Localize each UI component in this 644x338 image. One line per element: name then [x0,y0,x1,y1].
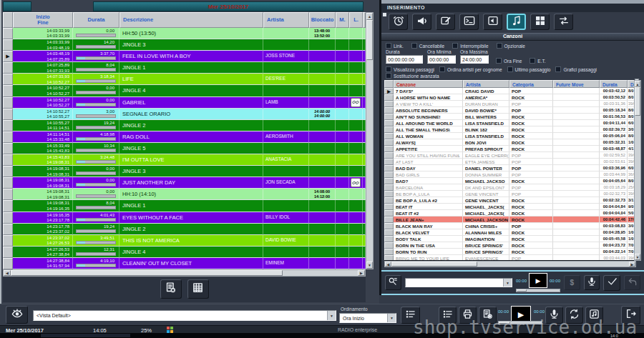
clock-tool-button[interactable] [389,14,408,30]
row-selector[interactable] [384,120,394,126]
playlist-row[interactable]: 14:10:52,2714:10:52,270,00JINGLE 4 [3,85,366,96]
song-row[interactable]: BLACK VELVETALANNAH MILESROCK00:04:28,95… [384,229,636,236]
song-row[interactable]: ALL WOMANLISA STANSFIELDROCK00:05:06,048… [384,133,636,139]
link-checkbox[interactable] [386,43,391,49]
row-selector[interactable] [3,39,13,51]
scroll-down-icon[interactable]: ▼ [366,262,373,269]
song-row[interactable]: AT LASTETTA JAMESSPOP00:02:53,6139/0 [384,159,636,165]
song-row[interactable]: APPETITEPREFAB SPROUTROCK00:03:48,874/1 [384,146,636,152]
playlist-row[interactable]: 14:19:08,3114:19:08,310,00JINGLE 3 [3,166,366,177]
row-selector[interactable] [3,143,13,154]
header-m[interactable]: M. [336,12,349,28]
row-selector[interactable] [3,154,13,166]
song-row[interactable]: ALL AROUND THE WORLDLISA STANSFIELDROCK0… [384,120,636,126]
dollar-button[interactable]: $ [564,275,580,290]
chevron-down-icon[interactable]: ▼ [387,314,396,322]
main-seekbar[interactable] [498,321,542,324]
search-song-button[interactable] [385,275,401,290]
song-row[interactable]: BODY TALKIMAGINATIONROCK00:05:45,581/0 [384,236,636,242]
row-selector[interactable] [3,74,13,85]
visualizza-passaggi-checkbox[interactable] [386,66,391,72]
exit-button[interactable] [621,306,640,324]
row-selector[interactable] [384,107,394,114]
playlist-row[interactable]: 14:11:14,5114:15:33,484:18,98RAG DOLLAER… [3,131,366,143]
record-mic-button[interactable] [545,307,563,324]
row-selector[interactable] [384,152,394,159]
sostituzione-checkbox[interactable] [386,73,391,79]
playlist-row[interactable]: 14:19:08,3114:19:16,358,04JINGLE 1 [3,200,366,212]
scroll-right-icon[interactable]: ▶ [358,270,365,276]
row-selector[interactable] [384,191,394,197]
song-row[interactable]: BAD?MICHAEL JACKSOROCK00:04:05,648/0 [384,178,636,184]
grafici-passaggi-checkbox[interactable] [555,66,561,72]
report-settings-button[interactable] [479,307,497,324]
song-row[interactable]: BRING ME TO YOUR LIFEEVANESCENCEPOP00:03… [384,255,636,261]
playlist-row[interactable]: 14:23:17,7814:23:37,0219,24JINGLE 2 [3,224,366,235]
row-selector[interactable] [3,120,13,131]
song-row[interactable]: ABSOLUTE BEGINNERSDAVID BOWIE*POP00:05:1… [384,107,636,114]
songs-header-canzone[interactable]: Canzone [394,80,463,88]
row-selector[interactable] [384,184,394,191]
song-row[interactable]: BAD DAYDANIEL POWTERPOP00:03:36,966/0 [384,165,636,172]
row-selector[interactable] [3,166,13,177]
row-selector[interactable] [384,133,394,139]
playlist-add-button[interactable] [401,307,420,324]
row-selector[interactable] [384,249,394,255]
chevron-down-icon[interactable]: ▼ [327,311,336,320]
row-selector[interactable] [384,101,394,107]
opzionale-checkbox[interactable] [497,43,502,49]
row-selector[interactable] [384,139,394,146]
song-row[interactable]: ▶7 DAYS*CRAIG DAVIDPOP00:03:42,128/0 [384,88,636,94]
song-search-combo[interactable]: ▼ [405,278,512,287]
ora-fine-checkbox[interactable] [496,58,502,64]
music-note-tool-button[interactable] [507,14,526,30]
vista-combo[interactable]: <Vista Default> ▼ [33,310,336,321]
command-window-tool-button[interactable] [459,14,479,30]
preview-play-button[interactable]: ▶ [529,273,547,288]
interrompibile-checkbox[interactable] [452,43,458,49]
scroll-up-icon[interactable]: ▲ [635,81,640,87]
grid-tool-button[interactable] [530,14,550,30]
row-selector[interactable] [384,114,394,120]
scroll-down-icon[interactable]: ▼ [635,254,640,260]
song-row[interactable]: BAD GIRLSDONNA SUMMERPOP00:03:44,9936/0 [384,172,636,178]
playlist-vscroll-thumb[interactable] [366,20,373,60]
row-selector[interactable] [3,62,13,74]
playlist-row[interactable]: 14:27:26,5314:27:38,8412,31JINGLE 4 [3,247,366,258]
row-selector[interactable] [3,258,13,269]
song-row[interactable]: BARCELONADK AND EPSILON7POP00:03:18,2925… [384,184,636,191]
playlist-hscroll-thumb[interactable] [11,270,283,276]
playlist-row[interactable]: 14:19:08,3114:19:08,310,00HH:10 (14:10)1… [3,189,366,200]
microphone-button[interactable] [584,275,600,290]
songs-vscrollbar[interactable]: ▲ ▼ [634,80,641,261]
row-selector[interactable] [3,177,13,189]
scroll-up-icon[interactable]: ▲ [366,13,373,20]
view-eye-button[interactable] [6,306,28,324]
row-selector[interactable] [3,200,13,212]
playlist-vscrollbar[interactable]: ▲ ▼ [366,12,374,269]
songs-vscroll-thumb[interactable] [635,87,640,116]
song-row[interactable]: BILLE JEAN+MICHAEL JACKSONROCK00:04:42,4… [384,217,636,223]
header-inizio-fine[interactable]: Inizio Fine [13,12,73,28]
row-selector[interactable]: ▶ [384,88,394,94]
row-selector[interactable]: ▶ [3,51,13,62]
durata-field[interactable]: 00:00:00:00 [386,55,423,64]
song-row[interactable]: BEAT IT #2MICHAEL_JACKS(ROCK00:04:04,045… [384,210,636,217]
song-row[interactable]: BE BOP A_LULAGENE VINCENTPOP00:02:32,733… [384,191,636,197]
song-row[interactable]: ARE YOU STILL HAVING FUN&EAGLE EYE CHERR… [384,152,636,159]
song-row[interactable]: BORN IN THE USABRUCE SPRINGS'ROCK00:04:2… [384,242,636,249]
playlist-row[interactable]: 14:10:52,2714:10:52,270,00GABRIELLAMB [3,97,366,109]
grid-table-button[interactable] [187,279,209,299]
row-selector[interactable] [3,189,13,200]
songs-hscroll-thumb[interactable] [391,262,477,267]
chevron-down-icon[interactable]: ▼ [503,279,512,287]
remove-document-button[interactable] [160,279,182,299]
row-selector[interactable] [3,131,13,143]
playlist-row[interactable]: 14:10:52,2714:10:55,273,00SEGNALE ORARIO… [3,109,366,120]
preview-seekbar[interactable] [516,289,560,292]
row-selector[interactable] [384,210,394,217]
row-selector[interactable] [384,242,394,249]
et-checkbox[interactable] [530,58,535,64]
audio-file-tool-button[interactable] [483,14,502,30]
scroll-left-icon[interactable]: ◀ [4,270,11,276]
